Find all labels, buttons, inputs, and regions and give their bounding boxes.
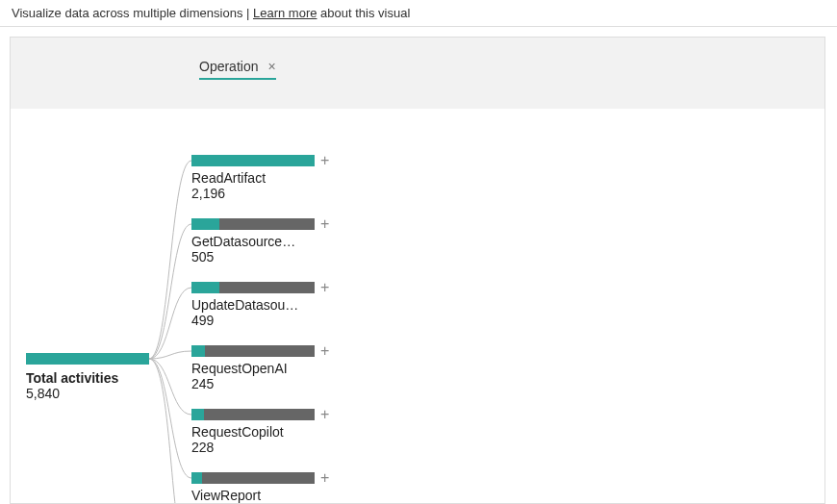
leaf-label: ViewReport bbox=[191, 488, 317, 503]
root-value: 5,840 bbox=[26, 386, 149, 401]
leaf-bar bbox=[191, 218, 315, 230]
expand-icon[interactable]: + bbox=[320, 215, 329, 233]
leaf-bar bbox=[191, 472, 315, 484]
info-text-suffix: about this visual bbox=[317, 6, 410, 20]
leaf-label: ReadArtifact bbox=[191, 170, 317, 186]
expand-icon[interactable]: + bbox=[320, 152, 329, 169]
column-tab-operation[interactable]: Operation × bbox=[199, 59, 276, 80]
leaves-container: +ReadArtifact2,196+GetDatasource…505+Upd… bbox=[191, 155, 317, 504]
leaf-bar bbox=[191, 282, 315, 293]
root-bar bbox=[26, 353, 149, 365]
leaf-node[interactable]: +ViewReport195 bbox=[191, 472, 317, 504]
decomposition-canvas: Operation × Total activities 5,840 +Read… bbox=[10, 37, 825, 504]
column-label: Operation bbox=[199, 59, 258, 74]
info-text: Visualize data across multiple dimension… bbox=[12, 6, 253, 20]
leaf-node[interactable]: +ReadArtifact2,196 bbox=[191, 155, 317, 218]
leaf-bar bbox=[191, 409, 315, 420]
leaf-value: 228 bbox=[191, 440, 317, 455]
leaf-node[interactable]: +GetDatasource…505 bbox=[191, 218, 317, 282]
leaf-label: RequestCopilot bbox=[191, 424, 317, 440]
leaf-node[interactable]: +RequestOpenAI245 bbox=[191, 345, 317, 409]
leaf-label: RequestOpenAI bbox=[191, 361, 317, 376]
connector-lines bbox=[11, 38, 203, 504]
root-label: Total activities bbox=[26, 370, 149, 386]
info-bar: Visualize data across multiple dimension… bbox=[0, 0, 837, 27]
leaf-label: GetDatasource… bbox=[191, 234, 317, 249]
close-icon[interactable]: × bbox=[267, 59, 275, 74]
learn-more-link[interactable]: Learn more bbox=[253, 6, 317, 20]
leaf-label: UpdateDatasou… bbox=[191, 297, 317, 313]
leaf-value: 505 bbox=[191, 249, 317, 265]
leaf-bar bbox=[191, 345, 315, 357]
expand-icon[interactable]: + bbox=[320, 469, 329, 487]
leaf-node[interactable]: +RequestCopilot228 bbox=[191, 409, 317, 472]
expand-icon[interactable]: + bbox=[320, 342, 329, 360]
leaf-value: 499 bbox=[191, 313, 317, 328]
leaf-value: 2,196 bbox=[191, 186, 317, 201]
leaf-node[interactable]: +UpdateDatasou…499 bbox=[191, 282, 317, 345]
root-node[interactable]: Total activities 5,840 bbox=[26, 353, 149, 401]
leaf-bar bbox=[191, 155, 315, 166]
leaf-value: 245 bbox=[191, 376, 317, 391]
expand-icon[interactable]: + bbox=[320, 406, 329, 423]
expand-icon[interactable]: + bbox=[320, 279, 329, 296]
